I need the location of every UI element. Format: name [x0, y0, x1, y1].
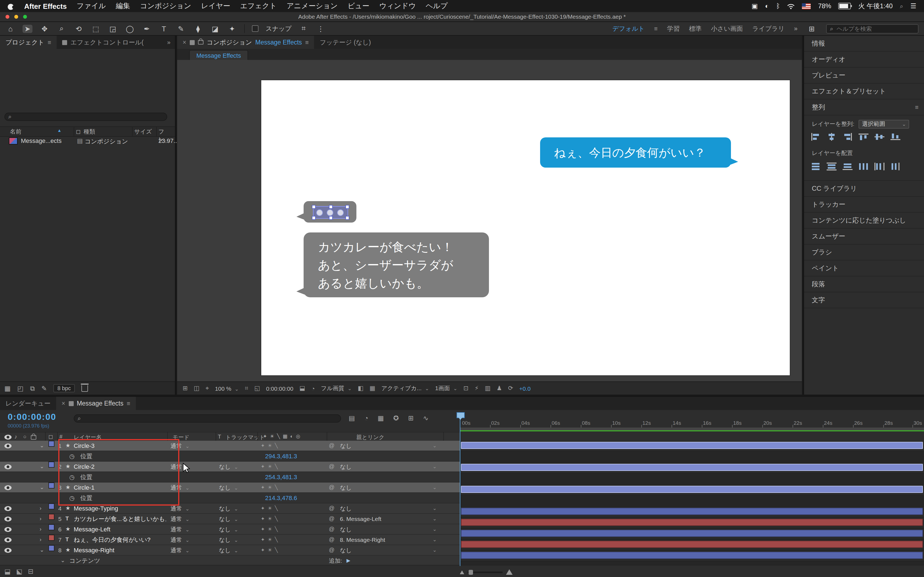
pickwhip-icon[interactable]: @: [329, 441, 334, 451]
layer-switches[interactable]: ✦☀╲: [261, 524, 281, 534]
tab-timeline-message-effects[interactable]: × Message Effects ≡: [56, 397, 136, 410]
expand-arrow-icon[interactable]: [40, 441, 44, 451]
label-color-swatch[interactable]: [48, 535, 55, 541]
always-preview-icon[interactable]: ⊞: [183, 385, 187, 392]
selection-handle[interactable]: [346, 205, 349, 209]
layer-name[interactable]: Circle-3: [74, 441, 95, 451]
camera-select[interactable]: アクティブカ...⌄: [381, 384, 429, 392]
pickwhip-icon[interactable]: @: [329, 545, 334, 555]
app-status-icon[interactable]: ◐: [765, 2, 769, 10]
timeline-column-headers[interactable]: ♪ ○ ◻ # レイヤー名 モード T トラックマット ✦☀╲▦◐◎ 親とリンク: [0, 432, 460, 442]
parent-select[interactable]: なし⌄: [340, 503, 441, 513]
layer-switches[interactable]: ✦☀╲: [261, 503, 281, 513]
selection-handle[interactable]: [329, 205, 333, 209]
blend-mode-select[interactable]: 通常⌄: [171, 535, 189, 545]
track-row[interactable]: [460, 529, 924, 540]
parent-select[interactable]: なし⌄: [340, 441, 441, 451]
layer-bar-message-right[interactable]: [461, 552, 923, 559]
track-matte-select[interactable]: なし⌄: [219, 545, 238, 556]
align-left-icon[interactable]: [811, 133, 821, 141]
wifi-icon[interactable]: [787, 3, 795, 9]
pickwhip-icon[interactable]: @: [329, 524, 334, 534]
panel-tracker[interactable]: トラッカー: [804, 197, 924, 213]
color-depth-button[interactable]: 8 bpc: [53, 384, 75, 392]
track-row[interactable]: [460, 551, 924, 562]
layer-row-message-right[interactable]: 8 ★ Message-Right 通常⌄ なし⌄ ✦☀╲ @ なし⌄: [0, 545, 460, 556]
snapshot-icon[interactable]: ⬓: [299, 385, 305, 392]
track-matte-select[interactable]: なし⌄: [219, 462, 238, 472]
tab-composition[interactable]: × コンポジション Message Effects ≡: [177, 36, 314, 49]
type-tool-icon[interactable]: T: [159, 24, 169, 33]
lock-icon[interactable]: [198, 40, 203, 45]
trash-icon[interactable]: [81, 385, 88, 392]
panel-preview[interactable]: プレビュー: [804, 68, 924, 84]
orbit-camera-tool-icon[interactable]: ⟲: [74, 24, 84, 33]
align-horizontal-center-icon[interactable]: [827, 133, 837, 141]
toggle-switches-modes-icon[interactable]: ⬓: [5, 567, 11, 575]
track-matte-select[interactable]: なし⌄: [219, 503, 238, 514]
pen-tool-icon[interactable]: ✒: [142, 24, 152, 33]
help-search-input[interactable]: [835, 25, 909, 32]
track-row[interactable]: [460, 540, 924, 551]
track-row[interactable]: [460, 485, 924, 496]
typing-dot[interactable]: [316, 210, 323, 216]
in-out-columns-icon[interactable]: ⊟: [28, 567, 33, 575]
layer-bar-text-left[interactable]: [461, 519, 923, 526]
menu-window[interactable]: ウィンドウ: [379, 1, 416, 11]
track-matte-select[interactable]: なし⌄: [219, 514, 238, 524]
input-source-flag-icon[interactable]: [802, 3, 811, 9]
panel-audio[interactable]: オーディオ: [804, 52, 924, 68]
control-center-icon[interactable]: ☰: [910, 2, 916, 10]
distribute-top-icon[interactable]: [811, 163, 821, 170]
graph-editor-icon[interactable]: ∿: [423, 414, 428, 422]
shape-tool-icon[interactable]: ◯: [125, 24, 135, 33]
close-icon[interactable]: ×: [61, 400, 65, 407]
layer-switches[interactable]: ✦☀╲: [261, 462, 281, 472]
stopwatch-icon[interactable]: ◷: [69, 472, 74, 482]
puppet-pin-tool-icon[interactable]: ✦: [227, 24, 237, 33]
typing-dot[interactable]: [337, 210, 344, 216]
viewer-subtab-message-effects[interactable]: Message Effects: [189, 50, 248, 60]
show-channel-icon[interactable]: ◔: [311, 385, 315, 392]
layer-row-text-right[interactable]: 7 T ねぇ、今日の夕食何がいい? 通常⌄ なし⌄ ✦☀╲ @ 8. Messa…: [0, 535, 460, 545]
menu-view[interactable]: ビュー: [347, 1, 369, 11]
contents-row[interactable]: コンテンツ 追加: ▶: [0, 556, 460, 566]
visibility-eye-icon[interactable]: [5, 464, 11, 469]
panel-content-aware-fill[interactable]: コンテンツに応じた塗りつぶし: [804, 213, 924, 229]
label-color-swatch[interactable]: [48, 514, 55, 520]
layer-name[interactable]: ねぇ、今日の夕食何がいい?: [74, 535, 150, 545]
parent-select[interactable]: なし⌄: [340, 524, 441, 534]
parent-select[interactable]: 6. Message-Left⌄: [340, 514, 441, 524]
zoom-in-icon[interactable]: [506, 569, 513, 575]
close-window-button[interactable]: [5, 15, 9, 19]
stopwatch-icon[interactable]: ◷: [69, 493, 74, 503]
tab-overflow-icon[interactable]: »: [167, 39, 171, 46]
fast-previews-icon[interactable]: ⚡: [474, 385, 478, 392]
layer-name[interactable]: Message-Left: [74, 524, 110, 534]
resolution-select[interactable]: フル画質⌄: [321, 384, 352, 392]
menu-file[interactable]: ファイル: [77, 1, 106, 11]
project-item-row[interactable]: Message...ects ▤ コンポジション 23.97...: [0, 136, 175, 146]
visibility-eye-icon[interactable]: [5, 527, 11, 532]
align-vertical-center-icon[interactable]: [874, 133, 884, 141]
close-icon[interactable]: ×: [183, 39, 186, 46]
menu-layer[interactable]: レイヤー: [201, 1, 230, 11]
panel-paragraph[interactable]: 段落: [804, 276, 924, 292]
expand-arrow-icon[interactable]: [40, 482, 44, 492]
add-property-button[interactable]: ▶: [347, 556, 351, 566]
brush-tool-icon[interactable]: ✎: [176, 24, 186, 33]
label-color-swatch[interactable]: [48, 524, 55, 530]
menubar-clock[interactable]: 火 午後1:40: [858, 2, 893, 11]
panel-smoother[interactable]: スムーザー: [804, 229, 924, 245]
expand-arrow-icon[interactable]: [40, 524, 42, 534]
layer-row-circle-2[interactable]: 2 ★ Circle-2 通常⌄ なし⌄ ✦☀╲ @ なし⌄: [0, 462, 460, 472]
property-row-position[interactable]: ◷ 位置 214.3,478.6: [0, 493, 460, 503]
transparency-grid-icon[interactable]: ▦: [370, 385, 375, 392]
align-scope-select[interactable]: 選択範囲⌄: [859, 120, 909, 129]
spotlight-icon[interactable]: ⌕: [900, 2, 903, 10]
tab-project[interactable]: プロジェクト≡: [0, 36, 57, 49]
expand-arrow-icon[interactable]: [40, 462, 44, 472]
home-icon[interactable]: ⌂: [5, 24, 15, 33]
property-row-position[interactable]: ◷ 位置 294.3,481.3: [0, 451, 460, 462]
new-composition-icon[interactable]: ⧉: [30, 384, 35, 392]
